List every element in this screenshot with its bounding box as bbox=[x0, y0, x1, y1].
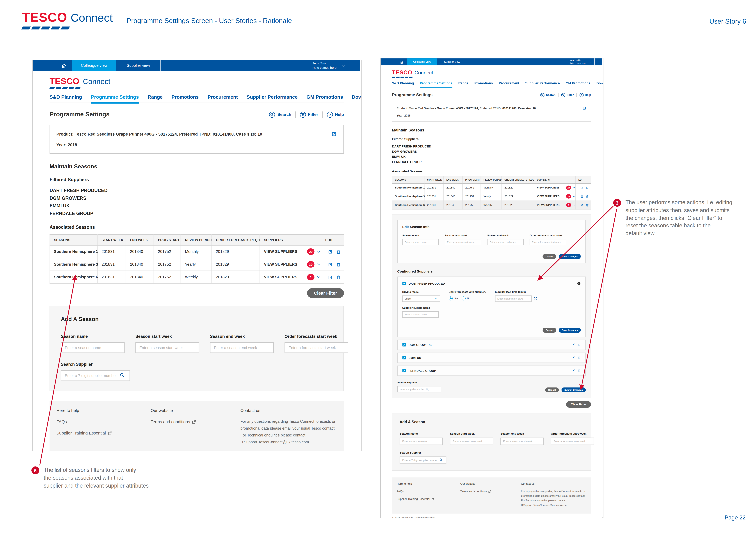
trash-icon[interactable] bbox=[336, 262, 341, 267]
trash-icon[interactable] bbox=[336, 275, 341, 280]
nav-tab-gm-promotions[interactable]: GM Promotions bbox=[307, 92, 343, 103]
nav-tab-downloads[interactable]: Downloads bbox=[352, 92, 362, 103]
text-input[interactable]: Enter a forecasts start week bbox=[530, 239, 566, 245]
text-input[interactable]: Enter a season end week bbox=[487, 239, 524, 245]
edit-icon[interactable] bbox=[572, 369, 575, 373]
chevron-down-icon[interactable] bbox=[589, 60, 593, 64]
edit-icon[interactable] bbox=[572, 356, 575, 359]
cancel-button[interactable]: Cancel bbox=[543, 328, 556, 333]
chevron-down-icon[interactable] bbox=[316, 275, 321, 279]
nav-tab-programme-settings[interactable]: Programme Settings bbox=[420, 80, 452, 87]
chevron-down-icon[interactable] bbox=[316, 249, 321, 254]
filter-button[interactable]: Filter bbox=[300, 111, 318, 118]
buying-model-select[interactable]: Select bbox=[402, 296, 440, 302]
question-icon[interactable]: ? bbox=[533, 297, 537, 300]
tab-colleague-view[interactable]: Colleague view bbox=[407, 58, 437, 66]
text-input[interactable]: Enter a season start week bbox=[135, 342, 199, 353]
search-icon[interactable] bbox=[120, 373, 125, 378]
nav-tab-s-d-planning[interactable]: S&D Planning bbox=[49, 92, 82, 103]
view-suppliers-link[interactable]: VIEW SUPPLIERS bbox=[537, 204, 559, 207]
search-button[interactable]: Search bbox=[269, 111, 291, 118]
supplier-training-link[interactable]: Supplier Training Essential bbox=[56, 431, 150, 436]
search-supplier-input[interactable]: Enter a 7 digit supplier number bbox=[61, 370, 130, 381]
filter-button[interactable]: Filter bbox=[561, 93, 574, 97]
terms-link[interactable]: Terms and conditions bbox=[460, 490, 521, 493]
custom-name-input[interactable]: Enter a season name bbox=[402, 311, 439, 318]
chevron-down-icon[interactable] bbox=[572, 195, 576, 198]
edit-icon[interactable] bbox=[328, 275, 333, 280]
text-input[interactable]: Enter a season end week bbox=[500, 437, 544, 445]
nav-tab-gm-promotions[interactable]: GM Promotions bbox=[566, 80, 590, 87]
trash-icon[interactable] bbox=[586, 195, 589, 198]
faqs-link[interactable]: FAQs bbox=[397, 490, 460, 493]
trash-icon[interactable] bbox=[586, 203, 589, 207]
tab-supplier-view[interactable]: Supplier view bbox=[116, 60, 160, 71]
nav-tab-range[interactable]: Range bbox=[148, 92, 163, 103]
radio-no[interactable]: No bbox=[462, 296, 470, 300]
search-supplier-input[interactable]: Enter a 7 digit supplier number bbox=[399, 457, 446, 464]
help-button[interactable]: ?Help bbox=[327, 111, 344, 118]
nav-tab-procurement[interactable]: Procurement bbox=[207, 92, 238, 103]
submit-changes-button[interactable]: Submit Changes bbox=[561, 387, 586, 392]
supplier-training-link[interactable]: Supplier Training Essential bbox=[397, 497, 460, 501]
help-button[interactable]: ?Help bbox=[579, 93, 591, 97]
radio-yes[interactable]: Yes bbox=[449, 296, 458, 300]
view-suppliers-link[interactable]: VIEW SUPPLIERS bbox=[264, 262, 297, 267]
trash-icon[interactable] bbox=[578, 343, 581, 347]
home-button[interactable] bbox=[396, 58, 407, 66]
clear-filter-button[interactable]: Clear Filter bbox=[566, 401, 591, 408]
view-suppliers-link[interactable]: VIEW SUPPLIERS bbox=[264, 249, 297, 254]
text-input[interactable]: Enter a season end week bbox=[210, 342, 274, 353]
checkbox-checked-icon[interactable] bbox=[402, 282, 406, 285]
trash-icon[interactable] bbox=[578, 369, 581, 373]
text-input[interactable]: Enter a forecasts start week bbox=[551, 437, 594, 445]
search-icon[interactable] bbox=[440, 458, 443, 462]
checkbox-checked-icon[interactable] bbox=[402, 343, 406, 347]
nav-tab-supplier-performance[interactable]: Supplier Performance bbox=[247, 92, 298, 103]
chevron-down-icon[interactable] bbox=[341, 63, 346, 68]
trash-icon[interactable] bbox=[586, 186, 589, 189]
view-suppliers-link[interactable]: VIEW SUPPLIERS bbox=[537, 186, 559, 189]
edit-icon[interactable] bbox=[328, 249, 333, 254]
home-button[interactable] bbox=[55, 60, 72, 71]
chevron-down-icon[interactable] bbox=[572, 186, 576, 189]
edit-product-button[interactable] bbox=[332, 130, 338, 139]
tab-colleague-view[interactable]: Colleague view bbox=[72, 60, 116, 71]
text-input[interactable]: Enter a season name bbox=[399, 437, 443, 445]
nav-tab-s-d-planning[interactable]: S&D Planning bbox=[392, 80, 414, 87]
nav-tab-procurement[interactable]: Procurement bbox=[499, 80, 519, 87]
text-input[interactable]: Enter a forecasts start week bbox=[284, 342, 348, 353]
edit-icon[interactable] bbox=[328, 262, 333, 267]
chevron-down-icon[interactable] bbox=[316, 262, 321, 267]
edit-icon[interactable] bbox=[580, 195, 584, 198]
tab-supplier-view[interactable]: Supplier view bbox=[437, 58, 467, 66]
cancel-button[interactable]: Cancel bbox=[545, 387, 559, 392]
edit-icon[interactable] bbox=[580, 203, 584, 207]
chevron-up-icon[interactable] bbox=[572, 204, 576, 207]
checkbox-checked-icon[interactable] bbox=[402, 369, 406, 373]
text-input[interactable]: Enter a season start week bbox=[445, 239, 481, 245]
cancel-button[interactable]: Cancel bbox=[543, 254, 556, 259]
lead-time-input[interactable]: Enter a lead time in days bbox=[495, 296, 531, 302]
edit-product-button[interactable] bbox=[583, 105, 587, 111]
faqs-link[interactable]: FAQs bbox=[56, 419, 150, 424]
user-menu[interactable]: Jane Smith Role comes here bbox=[312, 60, 346, 71]
save-changes-button[interactable]: Save Changes bbox=[559, 328, 580, 333]
nav-tab-programme-settings[interactable]: Programme Settings bbox=[91, 92, 139, 103]
nav-tab-promotions[interactable]: Promotions bbox=[172, 92, 199, 103]
text-input[interactable]: Enter a season name bbox=[61, 342, 125, 353]
close-icon[interactable] bbox=[577, 282, 581, 285]
view-suppliers-link[interactable]: VIEW SUPPLIERS bbox=[537, 195, 559, 198]
nav-tab-range[interactable]: Range bbox=[458, 80, 469, 87]
search-supplier-input[interactable]: Enter a supplier number bbox=[397, 386, 441, 392]
search-icon[interactable] bbox=[426, 387, 429, 391]
trash-icon[interactable] bbox=[578, 356, 581, 359]
checkbox-checked-icon[interactable] bbox=[402, 356, 406, 360]
nav-tab-supplier-performance[interactable]: Supplier Performance bbox=[525, 80, 560, 87]
edit-icon[interactable] bbox=[580, 186, 584, 189]
trash-icon[interactable] bbox=[336, 249, 341, 254]
edit-icon[interactable] bbox=[572, 343, 575, 347]
nav-tab-promotions[interactable]: Promotions bbox=[474, 80, 493, 87]
clear-filter-button[interactable]: Clear Filter bbox=[307, 288, 344, 298]
save-changes-button[interactable]: Save Changes bbox=[559, 254, 580, 259]
